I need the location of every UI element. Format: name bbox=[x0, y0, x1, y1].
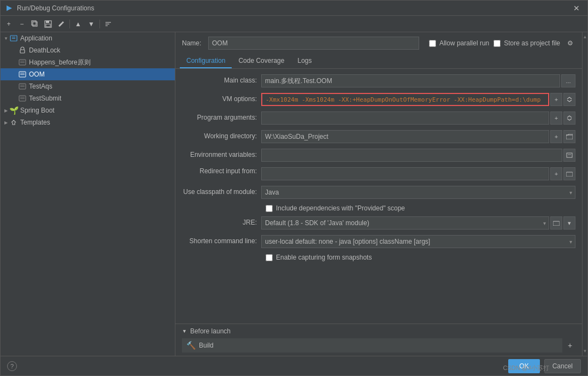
svg-rect-13 bbox=[19, 60, 26, 65]
jre-browse-button[interactable] bbox=[550, 216, 562, 230]
tab-logs[interactable]: Logs bbox=[291, 54, 318, 68]
jre-dropdown-button[interactable]: ▾ bbox=[563, 216, 575, 230]
shorten-cmd-row: Shorten command line: user-local default… bbox=[182, 235, 575, 249]
program-args-expand-button[interactable] bbox=[563, 111, 575, 125]
main-class-browse-button[interactable]: ... bbox=[561, 74, 575, 87]
env-vars-browse-button[interactable] bbox=[563, 149, 575, 162]
parallel-run-area: Allow parallel run bbox=[429, 39, 489, 47]
right-scrollbar: ▲ ▼ bbox=[582, 32, 587, 356]
program-args-add-button[interactable]: + bbox=[550, 111, 562, 125]
tree-label-testsubmit: TestSubmit bbox=[29, 95, 61, 102]
working-dir-input[interactable] bbox=[261, 130, 549, 143]
name-row: Name: Allow parallel run Store as projec… bbox=[175, 32, 582, 54]
classpath-row: Use classpath of module: Java bbox=[182, 186, 575, 200]
svg-marker-0 bbox=[7, 5, 12, 11]
dialog-title: Run/Debug Configurations bbox=[17, 4, 570, 12]
main-class-label: Main class: bbox=[182, 74, 261, 84]
bottom-bar: ? OK Cancel bbox=[1, 356, 587, 375]
vm-options-add-button[interactable]: + bbox=[550, 93, 562, 106]
copy-config-button[interactable] bbox=[29, 18, 41, 30]
vm-options-label: VM options: bbox=[182, 93, 261, 103]
arrow-spring-boot: ▶ bbox=[3, 108, 9, 113]
title-bar: Run/Debug Configurations ✕ bbox=[1, 1, 587, 16]
form-snapshots-checkbox[interactable] bbox=[266, 254, 273, 261]
add-config-button[interactable]: + bbox=[3, 18, 15, 30]
svg-rect-4 bbox=[46, 21, 49, 23]
templates-icon bbox=[9, 118, 18, 127]
program-args-field-group: + bbox=[261, 111, 575, 125]
tree-item-testaqs[interactable]: TestAqs bbox=[1, 80, 175, 92]
name-input[interactable] bbox=[208, 37, 419, 50]
allow-parallel-run-checkbox[interactable] bbox=[429, 40, 436, 47]
working-dir-browse-button[interactable] bbox=[563, 130, 575, 143]
dialog-icon bbox=[5, 4, 14, 13]
jre-field-group: Default (1.8 - SDK of 'Java' module) ▾ bbox=[261, 216, 575, 230]
svg-rect-1 bbox=[33, 22, 37, 26]
remove-config-button[interactable]: − bbox=[16, 18, 28, 30]
name-label: Name: bbox=[182, 39, 204, 47]
save-config-button[interactable] bbox=[42, 18, 54, 30]
before-launch-add-button[interactable]: + bbox=[565, 340, 575, 351]
main-class-input[interactable] bbox=[261, 74, 560, 87]
toolbar-separator bbox=[69, 20, 70, 28]
cancel-button[interactable]: Cancel bbox=[544, 359, 581, 373]
tree-item-application[interactable]: ▼ Application bbox=[1, 32, 175, 44]
tab-configuration[interactable]: Configuration bbox=[180, 54, 232, 68]
tree-label-deathlock: DeathLock bbox=[29, 46, 60, 54]
close-button[interactable]: ✕ bbox=[570, 3, 583, 14]
move-up-button[interactable]: ▲ bbox=[72, 18, 84, 30]
store-as-project-file-checkbox[interactable] bbox=[493, 40, 501, 47]
before-launch-section: ▼ Before launch 🔨 Build + bbox=[175, 324, 582, 356]
move-down-button[interactable]: ▼ bbox=[85, 18, 97, 30]
vm-options-expand-button[interactable] bbox=[563, 93, 575, 106]
svg-rect-5 bbox=[46, 24, 50, 27]
arrow-templates: ▶ bbox=[3, 120, 9, 125]
redirect-input-browse-button[interactable] bbox=[563, 167, 575, 180]
allow-parallel-run-label: Allow parallel run bbox=[439, 39, 489, 47]
env-vars-row: Environment variables: bbox=[182, 149, 575, 163]
redirect-input-label: Redirect input from: bbox=[178, 167, 257, 175]
svg-rect-25 bbox=[566, 135, 573, 139]
store-as-project-file-label: Store as project file bbox=[504, 39, 560, 47]
working-dir-add-button[interactable]: + bbox=[550, 130, 562, 143]
run-debug-dialog: Run/Debug Configurations ✕ + − ▲ ▼ ▼ bbox=[0, 0, 588, 376]
scroll-down-arrow[interactable]: ▼ bbox=[582, 348, 587, 355]
tree-item-happens-before[interactable]: Happens_before原则 bbox=[1, 56, 175, 68]
shorten-cmd-select[interactable]: user-local default: none - java [options… bbox=[261, 235, 575, 248]
application-icon bbox=[9, 34, 18, 43]
jre-select[interactable]: Default (1.8 - SDK of 'Java' module) bbox=[261, 216, 549, 230]
build-label: Build bbox=[199, 342, 214, 349]
classpath-select[interactable]: Java bbox=[261, 186, 575, 199]
tree-item-spring-boot[interactable]: ▶ 🌱 Spring Boot bbox=[1, 104, 175, 116]
left-panel: ▼ Application De bbox=[1, 32, 175, 356]
vm-options-field-group: + bbox=[261, 93, 575, 106]
tree-item-oom[interactable]: OOM bbox=[1, 68, 175, 80]
jre-label: JRE: bbox=[182, 216, 261, 226]
shorten-cmd-select-wrapper: user-local default: none - java [options… bbox=[261, 235, 575, 248]
deathlock-icon bbox=[18, 46, 27, 55]
tree-item-deathlock[interactable]: DeathLock bbox=[1, 44, 175, 56]
store-project-area: Store as project file bbox=[493, 39, 560, 47]
tree-label-testaqs: TestAqs bbox=[29, 83, 52, 90]
sort-button[interactable] bbox=[102, 18, 114, 30]
vm-options-input[interactable] bbox=[261, 93, 549, 106]
redirect-input-input[interactable] bbox=[261, 167, 549, 180]
help-button[interactable]: ? bbox=[7, 361, 17, 371]
redirect-input-add-button[interactable]: + bbox=[550, 167, 562, 180]
right-panel: Name: Allow parallel run Store as projec… bbox=[175, 32, 582, 356]
tree-item-testsubmit[interactable]: TestSubmit bbox=[1, 92, 175, 104]
right-panel-inner: Name: Allow parallel run Store as projec… bbox=[175, 32, 587, 356]
tab-code-coverage[interactable]: Code Coverage bbox=[232, 54, 291, 68]
redirect-input-field-group: + bbox=[261, 167, 575, 180]
gear-button[interactable]: ⚙ bbox=[565, 38, 575, 49]
include-provided-checkbox[interactable] bbox=[266, 205, 273, 212]
oom-icon bbox=[18, 70, 27, 79]
edit-config-button[interactable] bbox=[55, 18, 67, 30]
tree-item-templates[interactable]: ▶ Templates bbox=[1, 116, 175, 128]
program-args-input[interactable] bbox=[261, 111, 549, 125]
redirect-input-row: Redirect input from: + bbox=[182, 167, 575, 181]
jre-row: JRE: Default (1.8 - SDK of 'Java' module… bbox=[182, 216, 575, 231]
form-area: Main class: ... VM options: + bbox=[175, 69, 582, 324]
env-vars-input[interactable] bbox=[261, 149, 562, 162]
scroll-up-arrow[interactable]: ▲ bbox=[582, 33, 587, 40]
